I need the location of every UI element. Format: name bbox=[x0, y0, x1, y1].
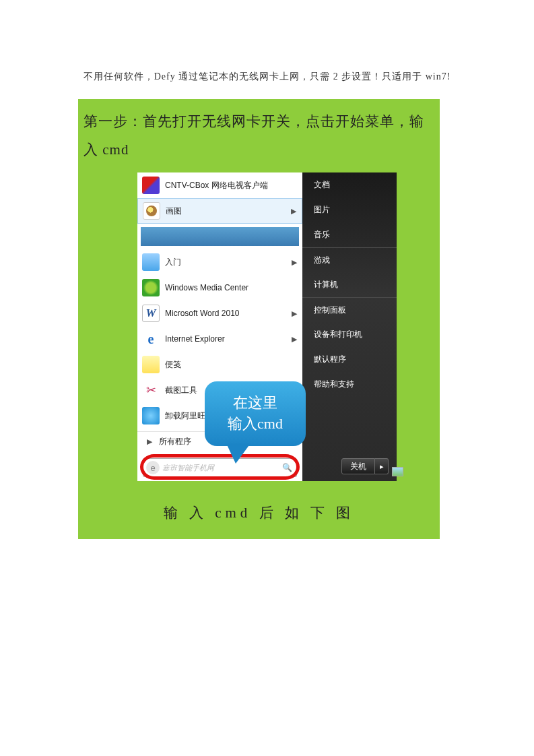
media-center-icon bbox=[142, 279, 160, 296]
document-heading: 不用任何软件，Defy 通过笔记本的无线网卡上网，只需 2 步设置！只适用于 w… bbox=[0, 71, 534, 83]
right-link[interactable]: 默认程序 bbox=[302, 347, 397, 372]
submenu-arrow-icon: ▶ bbox=[291, 207, 296, 216]
aliwangwang-icon bbox=[142, 407, 160, 424]
submenu-arrow-icon: ▶ bbox=[292, 258, 297, 267]
calculator-icon bbox=[142, 228, 160, 245]
program-item[interactable]: CNTV-CBox 网络电视客户端 bbox=[137, 172, 302, 198]
program-label: 截图工具 bbox=[165, 385, 197, 396]
getting-started-icon bbox=[142, 253, 160, 271]
submenu-arrow-icon: ▶ bbox=[292, 309, 297, 318]
right-link[interactable]: 设备和打印机 bbox=[302, 322, 397, 347]
shutdown-options-arrow[interactable]: ▸ bbox=[375, 458, 389, 474]
program-item[interactable]: 便笺 bbox=[137, 352, 302, 377]
step-panel: 第一步：首先打开无线网卡开关，点击开始菜单，输入 cmd CNTV-CBox 网… bbox=[78, 99, 440, 539]
program-item[interactable]: 入门▶ bbox=[137, 249, 302, 275]
right-link[interactable]: 图片 bbox=[302, 197, 397, 222]
caption-after-step1: 输 入 cmd 后 如 下 图 bbox=[78, 503, 440, 522]
program-label: Internet Explorer bbox=[165, 334, 225, 344]
program-label: 入门 bbox=[165, 257, 181, 268]
program-label: CNTV-CBox 网络电视客户端 bbox=[165, 180, 268, 191]
program-label: 卸载阿里旺 bbox=[165, 410, 205, 422]
program-label: Microsoft Word 2010 bbox=[165, 309, 240, 318]
triangle-icon: ▶ bbox=[147, 437, 152, 446]
callout-bubble: 在这里 输入cmd bbox=[205, 381, 306, 446]
callout-line1: 在这里 bbox=[233, 393, 277, 414]
sticky-notes-icon bbox=[142, 356, 160, 373]
program-item[interactable]: Microsoft Word 2010▶ bbox=[137, 301, 302, 326]
cntv-icon bbox=[142, 177, 160, 194]
image-badge-icon bbox=[392, 467, 403, 476]
program-item[interactable]: Windows Media Center bbox=[137, 275, 302, 301]
program-label: 便笺 bbox=[165, 359, 181, 371]
right-link[interactable]: 控制面板 bbox=[302, 297, 397, 322]
program-item[interactable]: 计算器 bbox=[137, 224, 302, 249]
right-link[interactable]: 游戏 bbox=[302, 247, 397, 272]
snipping-tool-icon bbox=[142, 381, 160, 399]
start-menu-right-pane: 文档 图片 音乐 游戏 计算机 控制面板 设备和打印机 默认程序 帮助和支持 关… bbox=[302, 172, 397, 481]
start-menu-left-pane: CNTV-CBox 网络电视客户端 画图▶ 计算器 入门▶ Windows Me… bbox=[137, 172, 302, 481]
step1-title: 第一步：首先打开无线网卡开关，点击开始菜单，输入 cmd bbox=[84, 107, 434, 164]
start-menu-screenshot: CNTV-CBox 网络电视客户端 画图▶ 计算器 入门▶ Windows Me… bbox=[137, 172, 397, 481]
program-item[interactable]: Internet Explorer▶ bbox=[137, 326, 302, 352]
magnifier-icon: 🔍 bbox=[282, 463, 292, 472]
right-link[interactable]: 计算机 bbox=[302, 272, 397, 297]
shutdown-button[interactable]: 关机 bbox=[341, 458, 375, 474]
right-link[interactable]: 帮助和支持 bbox=[302, 372, 397, 397]
search-watermark: 塞班智能手机网 bbox=[162, 463, 282, 473]
word-icon bbox=[142, 305, 160, 322]
right-link[interactable]: 文档 bbox=[302, 172, 397, 197]
program-item[interactable]: 画图▶ bbox=[137, 198, 302, 224]
submenu-arrow-icon: ▶ bbox=[292, 335, 297, 344]
right-link[interactable]: 音乐 bbox=[302, 222, 397, 247]
callout-line2: 输入cmd bbox=[228, 414, 283, 435]
search-input[interactable]: e 塞班智能手机网 🔍 bbox=[143, 458, 297, 477]
ie-icon bbox=[142, 330, 160, 348]
paint-icon bbox=[143, 202, 160, 220]
program-label: Windows Media Center bbox=[165, 283, 248, 292]
program-label: 画图 bbox=[166, 206, 182, 217]
shutdown-control: 关机 ▸ bbox=[341, 458, 389, 474]
search-provider-icon: e bbox=[146, 461, 160, 474]
all-programs-label: 所有程序 bbox=[159, 436, 191, 447]
callout-tail bbox=[226, 443, 251, 464]
